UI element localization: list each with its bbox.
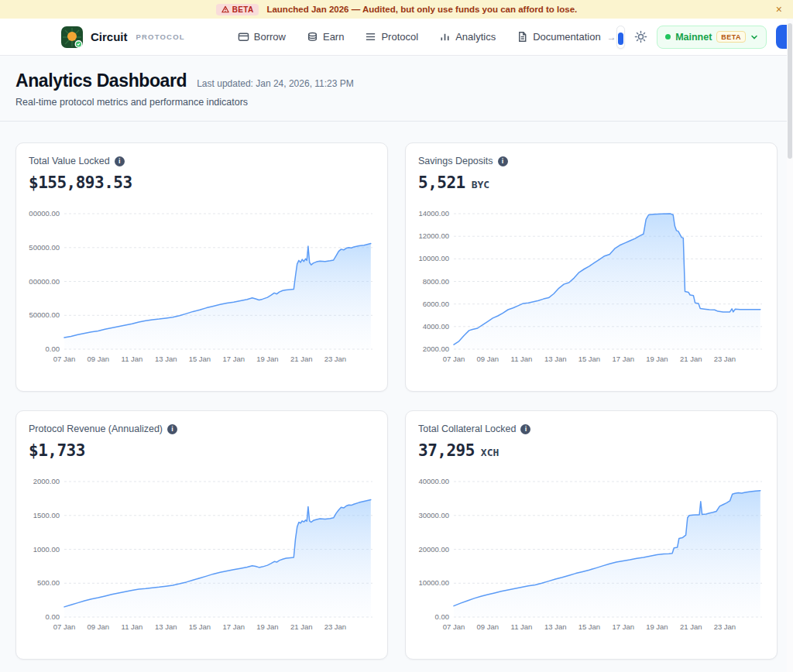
beta-badge: BETA: [216, 4, 259, 15]
nav-item-earn[interactable]: Earn: [307, 31, 344, 43]
collateral-locked-chart[interactable]: 0.0010000.0020000.0030000.0040000.0007 J…: [418, 468, 764, 634]
svg-text:21 Jan: 21 Jan: [290, 622, 313, 631]
nav-label: Earn: [323, 31, 344, 43]
scrollbar[interactable]: [787, 19, 793, 672]
svg-text:19 Jan: 19 Jan: [646, 622, 668, 631]
svg-text:50000.00: 50000.00: [29, 310, 60, 319]
card-protocol-revenue: Protocol Revenue (Annualized) i $1,733 0…: [15, 410, 388, 660]
sun-icon: [634, 30, 647, 43]
network-selector[interactable]: Mainnet BETA: [657, 26, 767, 49]
svg-text:2000.00: 2000.00: [33, 477, 60, 485]
svg-text:13 Jan: 13 Jan: [155, 622, 177, 631]
page-header: Analytics Dashboard Last updated: Jan 24…: [0, 56, 793, 122]
metric-value: 37,295: [418, 441, 475, 460]
nav-label: Documentation: [533, 31, 600, 43]
svg-text:21 Jan: 21 Jan: [290, 355, 313, 363]
bar-chart-icon: [439, 31, 451, 43]
svg-text:17 Jan: 17 Jan: [612, 622, 634, 631]
card-title: Total Collateral Locked: [418, 423, 516, 434]
beta-badge-label: BETA: [232, 5, 254, 14]
svg-text:0.00: 0.00: [46, 612, 60, 621]
card-title: Protocol Revenue (Annualized): [29, 423, 163, 434]
banner-close-button[interactable]: ×: [776, 0, 782, 19]
svg-text:07 Jan: 07 Jan: [53, 622, 76, 631]
svg-text:500.00: 500.00: [37, 578, 60, 587]
svg-text:6000.00: 6000.00: [423, 300, 449, 308]
svg-text:19 Jan: 19 Jan: [256, 355, 279, 363]
svg-text:15 Jan: 15 Jan: [189, 622, 211, 631]
brand-logo[interactable]: Circuit PROTOCOL: [60, 26, 185, 49]
svg-text:17 Jan: 17 Jan: [222, 622, 245, 631]
svg-text:20000.00: 20000.00: [418, 545, 449, 554]
svg-text:30000.00: 30000.00: [418, 511, 449, 519]
svg-text:10000.00: 10000.00: [418, 578, 449, 587]
svg-text:150000.00: 150000.00: [29, 243, 60, 252]
main-nav: Borrow Earn Protocol Analytics Documenta…: [238, 31, 616, 43]
brand-name: Circuit: [91, 30, 128, 43]
svg-text:2000.00: 2000.00: [423, 345, 449, 353]
svg-text:1500.00: 1500.00: [33, 511, 60, 519]
metric-unit: XCH: [481, 447, 499, 458]
page-subtitle: Real-time protocol metrics and performan…: [15, 97, 778, 108]
circuit-logo-icon: [60, 26, 84, 49]
dashboard-content: Total Value Locked i $155,893.53 0.00500…: [0, 122, 793, 660]
layout-toggle[interactable]: [616, 26, 626, 49]
svg-text:17 Jan: 17 Jan: [222, 355, 245, 363]
last-updated: Last updated: Jan 24, 2026, 11:23 PM: [197, 78, 354, 89]
svg-text:13 Jan: 13 Jan: [544, 622, 567, 631]
svg-text:07 Jan: 07 Jan: [443, 622, 465, 631]
network-beta-badge: BETA: [716, 31, 745, 43]
svg-text:09 Jan: 09 Jan: [87, 355, 109, 363]
svg-text:07 Jan: 07 Jan: [53, 355, 76, 363]
svg-text:13 Jan: 13 Jan: [155, 355, 177, 363]
theme-toggle-button[interactable]: [634, 30, 647, 43]
chevron-down-icon: [750, 33, 758, 41]
savings-deposits-chart[interactable]: 2000.004000.006000.008000.0010000.001200…: [418, 200, 764, 366]
svg-text:15 Jan: 15 Jan: [578, 622, 601, 631]
scrollbar-thumb[interactable]: [788, 23, 792, 159]
credit-card-icon: [238, 31, 249, 43]
svg-text:23 Jan: 23 Jan: [324, 355, 347, 363]
nav-item-documentation[interactable]: Documentation →: [517, 31, 616, 43]
nav-item-analytics[interactable]: Analytics: [439, 31, 496, 43]
info-icon[interactable]: i: [115, 156, 125, 166]
card-title: Total Value Locked: [29, 156, 110, 166]
nav-item-borrow[interactable]: Borrow: [238, 31, 286, 43]
svg-text:14000.00: 14000.00: [418, 209, 449, 218]
protocol-revenue-chart[interactable]: 0.00500.001000.001500.002000.0007 Jan09 …: [29, 468, 375, 634]
metric-unit: BYC: [472, 179, 489, 190]
svg-text:13 Jan: 13 Jan: [544, 355, 567, 363]
card-savings-deposits: Savings Deposits i 5,521 BYC 2000.004000…: [405, 142, 778, 392]
nav-label: Analytics: [455, 31, 496, 43]
external-arrow-icon: →: [607, 32, 616, 43]
tvl-chart[interactable]: 0.0050000.00100000.00150000.00200000.000…: [29, 200, 375, 366]
nav-item-protocol[interactable]: Protocol: [365, 31, 418, 43]
metric-value: 5,521: [418, 173, 465, 192]
svg-text:07 Jan: 07 Jan: [443, 355, 465, 363]
svg-text:8000.00: 8000.00: [423, 277, 449, 286]
nav-label: Borrow: [254, 31, 286, 43]
svg-text:40000.00: 40000.00: [418, 477, 449, 485]
nav-label: Protocol: [381, 31, 418, 43]
svg-text:0.00: 0.00: [435, 612, 450, 621]
app-header: Circuit PROTOCOL Borrow Earn Protocol An…: [0, 19, 793, 56]
svg-text:1000.00: 1000.00: [33, 545, 60, 554]
warning-icon: [221, 5, 229, 13]
svg-text:15 Jan: 15 Jan: [189, 355, 211, 363]
svg-text:19 Jan: 19 Jan: [646, 355, 668, 363]
beta-banner: BETA Launched Jan 2026 — Audited, but on…: [0, 0, 793, 19]
info-icon[interactable]: i: [520, 424, 530, 434]
info-icon[interactable]: i: [498, 156, 508, 166]
svg-text:200000.00: 200000.00: [29, 209, 60, 218]
svg-text:23 Jan: 23 Jan: [714, 622, 736, 631]
svg-text:17 Jan: 17 Jan: [612, 355, 634, 363]
svg-text:11 Jan: 11 Jan: [122, 355, 143, 363]
svg-text:11 Jan: 11 Jan: [122, 622, 143, 631]
svg-text:09 Jan: 09 Jan: [476, 622, 499, 631]
document-icon: [517, 31, 528, 43]
info-icon[interactable]: i: [167, 424, 177, 434]
network-status-dot: [665, 34, 671, 39]
svg-text:23 Jan: 23 Jan: [324, 622, 347, 631]
banner-text: Launched Jan 2026 — Audited, but only us…: [266, 5, 577, 14]
svg-text:100000.00: 100000.00: [29, 277, 60, 286]
